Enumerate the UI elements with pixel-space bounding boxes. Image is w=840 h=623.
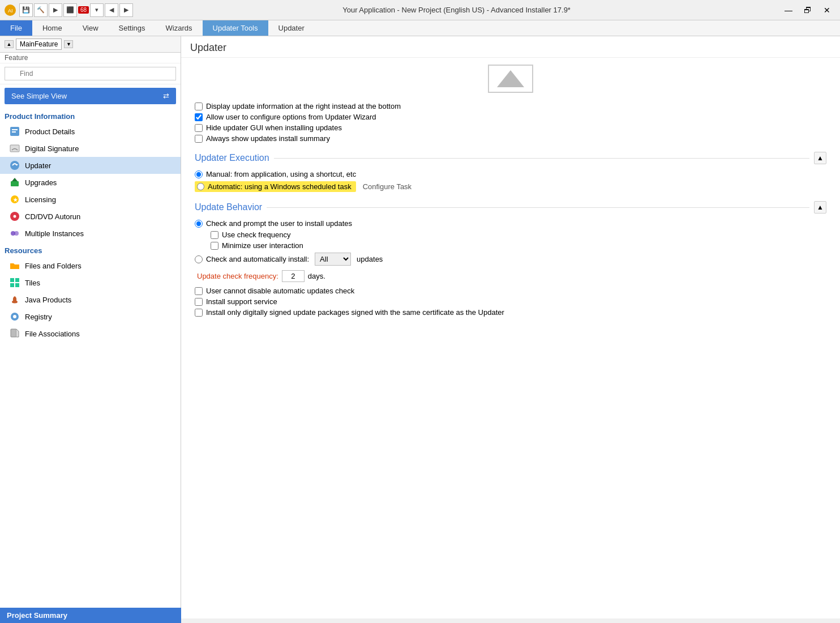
- titlebar: AI 💾 🔨 ▶ ⬛ 68 ▾ ◀ ▶ Your Application - N…: [0, 0, 840, 20]
- registry-label: Registry: [25, 313, 176, 321]
- tab-updater-tools[interactable]: Updater Tools: [203, 20, 268, 36]
- check-prompt-radio[interactable]: [195, 220, 203, 228]
- product-details-icon: [9, 126, 20, 137]
- product-details-label: Product Details: [25, 127, 176, 136]
- build-button[interactable]: 🔨: [34, 3, 48, 17]
- updates-type-select[interactable]: All Major Minor Patch: [315, 253, 351, 266]
- tab-updater[interactable]: Updater: [268, 20, 315, 36]
- run-button[interactable]: ▶: [49, 3, 62, 17]
- tab-file[interactable]: File: [0, 20, 32, 36]
- svg-rect-18: [10, 283, 14, 287]
- hide-gui-checkbox[interactable]: [195, 124, 203, 132]
- sidebar-item-upgrades[interactable]: Upgrades: [0, 174, 181, 191]
- checkbox-hide-gui: Hide updater GUI when installing updates: [195, 123, 826, 132]
- auto-install-radio[interactable]: [195, 255, 203, 263]
- project-summary-label: Project Summary: [7, 611, 67, 618]
- execution-options: Manual: from application, using a shortc…: [195, 170, 826, 192]
- frequency-input[interactable]: [282, 270, 305, 282]
- execution-section-header: Updater Execution ▲: [195, 152, 826, 164]
- maximize-button[interactable]: 🗗: [799, 3, 816, 17]
- check-prompt-label: Check and prompt the user to install upd…: [206, 219, 352, 228]
- cd-dvd-label: CD/DVD Autorun: [25, 212, 176, 221]
- minimize-interaction-checkbox[interactable]: [211, 242, 218, 250]
- stop-button[interactable]: ⬛: [63, 3, 77, 17]
- simple-view-button[interactable]: See Simple View ⇄: [5, 88, 176, 104]
- display-right-checkbox[interactable]: [195, 103, 203, 110]
- sidebar-item-multiple-instances[interactable]: Multiple Instances: [0, 225, 181, 242]
- svg-point-20: [12, 301, 18, 304]
- section-product-information: Product Information: [0, 108, 181, 123]
- always-show-checkbox[interactable]: [195, 135, 203, 143]
- behavior-collapse-button[interactable]: ▲: [814, 201, 826, 214]
- panel-title: Updater: [181, 36, 840, 58]
- titlebar-left: AI 💾 🔨 ▶ ⬛ 68 ▾ ◀ ▶: [5, 3, 133, 17]
- checkbox-user-cannot-disable: User cannot disable automatic updates ch…: [195, 287, 826, 295]
- section-resources: Resources: [0, 242, 181, 257]
- files-folders-label: Files and Folders: [25, 262, 176, 270]
- feature-tag[interactable]: MainFeature: [16, 39, 62, 50]
- tab-wizards[interactable]: Wizards: [156, 20, 203, 36]
- upgrades-label: Upgrades: [25, 178, 176, 187]
- checkbox-minimize-interaction: Minimize user interaction: [211, 241, 826, 250]
- updates-suffix: updates: [357, 255, 383, 263]
- updater-logo: [488, 65, 533, 93]
- search-wrapper: 🔍: [5, 67, 176, 80]
- app-icon: AI: [5, 5, 16, 16]
- project-summary-bar[interactable]: Project Summary: [0, 608, 181, 618]
- execution-collapse-button[interactable]: ▲: [814, 152, 826, 164]
- svg-rect-17: [15, 278, 19, 282]
- svg-marker-9: [12, 178, 18, 181]
- more-tools-button[interactable]: ▾: [90, 3, 104, 17]
- display-right-label: Display update information at the right …: [206, 102, 401, 110]
- checkbox-display-right: Display update information at the right …: [195, 102, 826, 110]
- svg-rect-4: [12, 131, 16, 133]
- sidebar-item-java[interactable]: Java Products: [0, 291, 181, 308]
- execution-divider: [274, 158, 809, 159]
- svg-rect-3: [12, 129, 18, 130]
- configure-task-link[interactable]: Configure Task: [363, 182, 412, 191]
- sidebar-item-file-associations[interactable]: File Associations: [0, 325, 181, 342]
- feature-scroll-up[interactable]: ▲: [5, 40, 14, 48]
- back-button[interactable]: ◀: [105, 3, 118, 17]
- sidebar-item-digital-signature[interactable]: Digital Signature: [0, 140, 181, 157]
- ribbon: File Home View Settings Wizards Updater …: [0, 20, 840, 36]
- feature-scroll-down[interactable]: ▼: [64, 40, 73, 48]
- sidebar-item-licensing[interactable]: ★ Licensing: [0, 191, 181, 208]
- signed-packages-label: Install only digitally signed update pac…: [206, 308, 504, 317]
- tab-settings[interactable]: Settings: [109, 20, 156, 36]
- sidebar-item-files-folders[interactable]: Files and Folders: [0, 257, 181, 274]
- window-title: Your Application - New Project (English …: [133, 6, 780, 14]
- sidebar-item-registry[interactable]: Registry: [0, 308, 181, 325]
- install-support-label: Install support service: [206, 297, 277, 306]
- sidebar-item-product-details[interactable]: Product Details: [0, 123, 181, 140]
- sidebar-item-tiles[interactable]: Tiles: [0, 274, 181, 291]
- radio-manual: Manual: from application, using a shortc…: [195, 170, 826, 178]
- search-input[interactable]: [5, 67, 176, 80]
- manual-radio[interactable]: [195, 170, 203, 178]
- svg-rect-19: [15, 283, 19, 287]
- user-cannot-disable-checkbox[interactable]: [195, 287, 203, 295]
- sidebar-item-cd-dvd[interactable]: CD/DVD Autorun: [0, 208, 181, 225]
- minimize-button[interactable]: —: [780, 3, 797, 17]
- use-frequency-checkbox[interactable]: [211, 231, 218, 239]
- close-button[interactable]: ✕: [818, 3, 835, 17]
- save-button[interactable]: 💾: [19, 3, 33, 17]
- digital-signature-icon: [9, 143, 20, 154]
- svg-rect-16: [10, 278, 14, 282]
- svg-point-13: [14, 215, 16, 218]
- notification-badge: 68: [78, 6, 89, 14]
- automatic-radio[interactable]: [197, 183, 204, 190]
- allow-configure-checkbox[interactable]: [195, 113, 203, 121]
- signed-packages-checkbox[interactable]: [195, 309, 203, 317]
- nav-scroll: Product Information Product Details Digi…: [0, 108, 181, 618]
- check-prompt-sub-options: Use check frequency Minimize user intera…: [195, 231, 826, 250]
- install-support-checkbox[interactable]: [195, 298, 203, 306]
- tab-view[interactable]: View: [72, 20, 109, 36]
- svg-point-22: [13, 315, 16, 318]
- multiple-instances-icon: [9, 228, 20, 239]
- tab-home[interactable]: Home: [32, 20, 72, 36]
- user-cannot-disable-label: User cannot disable automatic updates ch…: [206, 287, 354, 295]
- sidebar-item-updater[interactable]: Updater: [0, 157, 181, 174]
- forward-button[interactable]: ▶: [119, 3, 133, 17]
- svg-rect-23: [11, 329, 16, 337]
